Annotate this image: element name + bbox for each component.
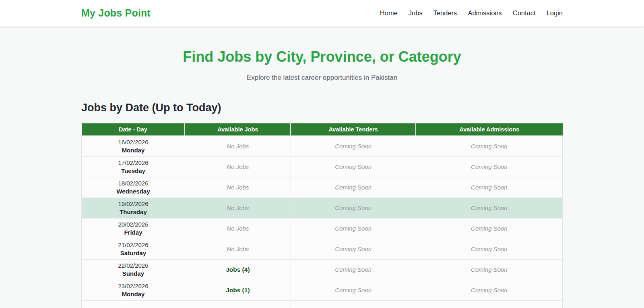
available-jobs-cell: No Jobs xyxy=(185,219,291,239)
main-nav: Home Jobs Tenders Admissions Contact Log… xyxy=(380,9,563,17)
admissions-coming-soon-text: Coming Soon xyxy=(471,225,508,232)
page-title: Find Jobs by City, Province, or Category xyxy=(0,48,644,65)
jobs-count-link[interactable]: Jobs (1) xyxy=(226,287,250,293)
day-text: Monday xyxy=(84,146,182,154)
table-row: 22/02/2026SundayJobs (4)Coming SoonComin… xyxy=(82,260,563,280)
available-admissions-cell: Coming Soon xyxy=(416,239,563,260)
available-jobs-cell: No Jobs xyxy=(185,239,291,260)
admissions-coming-soon-text: Coming Soon xyxy=(471,204,508,211)
day-text: Sunday xyxy=(84,270,182,278)
admissions-coming-soon-text: Coming Soon xyxy=(471,287,508,293)
table-row: 17/02/2026TuesdayNo JobsComing SoonComin… xyxy=(82,157,563,177)
available-tenders-cell: Coming Soon xyxy=(291,136,416,157)
table-row: 23/02/2026MondayJobs (1)Coming SoonComin… xyxy=(82,280,563,301)
brand-logo[interactable]: My Jobs Point xyxy=(81,7,151,19)
hero-section: Find Jobs by City, Province, or Category… xyxy=(0,27,644,82)
tenders-coming-soon-text: Coming Soon xyxy=(335,225,372,232)
date-text: 19/02/2026 xyxy=(84,200,182,208)
available-jobs-cell: No Jobs xyxy=(185,136,291,157)
nav-item-tenders[interactable]: Tenders xyxy=(433,9,457,17)
date-text: 22/02/2026 xyxy=(84,262,182,270)
jobs-by-date-table: Date - Day Available Jobs Available Tend… xyxy=(81,123,563,308)
date-day-cell: 21/02/2026Saturday xyxy=(82,239,185,260)
available-admissions-cell: Coming Soon xyxy=(416,198,563,219)
admissions-coming-soon-text: Coming Soon xyxy=(471,246,508,252)
nav-item-home[interactable]: Home xyxy=(380,9,398,17)
available-tenders-cell: Coming Soon xyxy=(291,239,416,260)
available-jobs-cell: No Jobs xyxy=(185,157,291,177)
empty-cell xyxy=(82,301,185,308)
table-row-partial xyxy=(82,301,563,308)
column-header-available-admissions: Available Admissions xyxy=(416,123,563,136)
day-text: Friday xyxy=(84,229,182,237)
date-day-cell: 17/02/2026Tuesday xyxy=(82,157,185,177)
date-text: 18/02/2026 xyxy=(84,179,182,187)
day-text: Saturday xyxy=(84,249,182,257)
available-tenders-cell: Coming Soon xyxy=(291,280,416,301)
empty-cell xyxy=(291,301,416,308)
column-header-date-day: Date - Day xyxy=(82,123,185,136)
no-jobs-text: No Jobs xyxy=(227,163,249,170)
no-jobs-text: No Jobs xyxy=(227,204,249,211)
tenders-coming-soon-text: Coming Soon xyxy=(335,184,372,191)
date-text: 23/02/2026 xyxy=(84,282,182,290)
table-row: 18/02/2026WednesdayNo JobsComing SoonCom… xyxy=(82,177,563,198)
date-day-cell: 22/02/2026Sunday xyxy=(82,260,185,280)
table-row: 16/02/2026MondayNo JobsComing SoonComing… xyxy=(82,136,563,157)
navbar-container: My Jobs Point Home Jobs Tenders Admissio… xyxy=(81,0,563,26)
available-tenders-cell: Coming Soon xyxy=(291,157,416,177)
table-row: 20/02/2026FridayNo JobsComing SoonComing… xyxy=(82,219,563,239)
available-admissions-cell: Coming Soon xyxy=(416,157,563,177)
navbar: My Jobs Point Home Jobs Tenders Admissio… xyxy=(0,0,644,27)
no-jobs-text: No Jobs xyxy=(227,225,249,232)
day-text: Thursday xyxy=(84,208,182,216)
date-text: 17/02/2026 xyxy=(84,159,182,167)
column-header-available-jobs: Available Jobs xyxy=(185,123,291,136)
tenders-coming-soon-text: Coming Soon xyxy=(335,246,372,252)
column-header-available-tenders: Available Tenders xyxy=(291,123,416,136)
main-content: Jobs by Date (Up to Today) Date - Day Av… xyxy=(81,102,563,308)
nav-item-jobs[interactable]: Jobs xyxy=(409,9,423,17)
tenders-coming-soon-text: Coming Soon xyxy=(335,163,372,170)
tenders-coming-soon-text: Coming Soon xyxy=(335,143,372,150)
date-day-cell: 16/02/2026Monday xyxy=(82,136,185,157)
admissions-coming-soon-text: Coming Soon xyxy=(471,184,508,191)
available-jobs-cell: Jobs (1) xyxy=(185,280,291,301)
nav-item-admissions[interactable]: Admissions xyxy=(468,9,502,17)
available-admissions-cell: Coming Soon xyxy=(416,280,563,301)
available-tenders-cell: Coming Soon xyxy=(291,219,416,239)
available-jobs-cell: No Jobs xyxy=(185,177,291,198)
table-row: 21/02/2026SaturdayNo JobsComing SoonComi… xyxy=(82,239,563,260)
jobs-count-link[interactable]: Jobs (4) xyxy=(226,266,250,273)
date-text: 20/02/2026 xyxy=(84,221,182,229)
available-admissions-cell: Coming Soon xyxy=(416,177,563,198)
day-text: Wednesday xyxy=(84,187,182,196)
tenders-coming-soon-text: Coming Soon xyxy=(335,287,372,293)
available-tenders-cell: Coming Soon xyxy=(291,260,416,280)
section-title-jobs-by-date: Jobs by Date (Up to Today) xyxy=(81,102,563,114)
date-day-cell: 20/02/2026Friday xyxy=(82,219,185,239)
admissions-coming-soon-text: Coming Soon xyxy=(471,163,508,170)
page-subtitle: Explore the latest career opportunities … xyxy=(0,74,644,82)
date-day-cell: 18/02/2026Wednesday xyxy=(82,177,185,198)
available-tenders-cell: Coming Soon xyxy=(291,198,416,219)
date-day-cell: 23/02/2026Monday xyxy=(82,280,185,301)
available-jobs-cell: Jobs (4) xyxy=(185,260,291,280)
admissions-coming-soon-text: Coming Soon xyxy=(471,143,508,150)
date-day-cell: 19/02/2026Thursday xyxy=(82,198,185,219)
no-jobs-text: No Jobs xyxy=(227,246,249,252)
admissions-coming-soon-text: Coming Soon xyxy=(471,266,508,273)
nav-item-login[interactable]: Login xyxy=(547,9,563,17)
no-jobs-text: No Jobs xyxy=(227,143,249,150)
available-admissions-cell: Coming Soon xyxy=(416,219,563,239)
table-header: Date - Day Available Jobs Available Tend… xyxy=(82,123,563,136)
no-jobs-text: No Jobs xyxy=(227,184,249,191)
empty-cell xyxy=(185,301,291,308)
table-row: 19/02/2026ThursdayNo JobsComing SoonComi… xyxy=(82,198,563,219)
tenders-coming-soon-text: Coming Soon xyxy=(335,204,372,211)
day-text: Monday xyxy=(84,290,182,298)
available-admissions-cell: Coming Soon xyxy=(416,136,563,157)
empty-cell xyxy=(416,301,563,308)
available-jobs-cell: No Jobs xyxy=(185,198,291,219)
nav-item-contact[interactable]: Contact xyxy=(513,9,536,17)
